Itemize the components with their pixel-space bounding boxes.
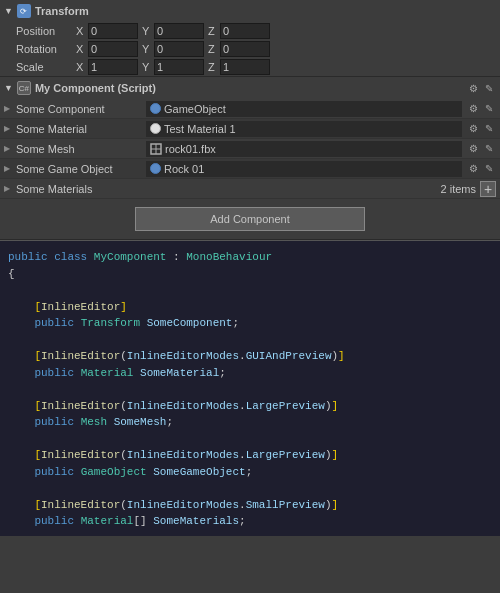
position-z-field: Z — [208, 23, 270, 39]
some-mesh-label: Some Mesh — [16, 143, 146, 155]
materials-add-btn[interactable]: + — [480, 181, 496, 197]
transform-header: ▼ ⟳ Transform — [0, 0, 500, 22]
row-arrow: ▶ — [4, 164, 12, 173]
position-y-field: Y — [142, 23, 204, 39]
some-mesh-actions: ⚙ ✎ — [466, 142, 496, 156]
transform-title: Transform — [35, 5, 496, 17]
some-component-edit-btn[interactable]: ✎ — [482, 102, 496, 116]
component-section: ▼ C# My Component (Script) ⚙ ✎ ▶ Some Co… — [0, 77, 500, 240]
code-line-9: [InlineEditor(InlineEditorModes.LargePre… — [8, 447, 492, 464]
mesh-icon — [150, 143, 162, 155]
some-mesh-value[interactable]: rock01.fbx — [146, 141, 462, 157]
scale-z-field: Z — [208, 59, 270, 75]
some-material-value[interactable]: Test Material 1 — [146, 121, 462, 137]
rotation-label: Rotation — [16, 43, 76, 55]
scale-x-field: X — [76, 59, 138, 75]
code-line-2: { — [8, 266, 492, 283]
some-mesh-row: ▶ Some Mesh rock01.fbx ⚙ ✎ — [0, 139, 500, 159]
some-gameobject-edit-btn[interactable]: ✎ — [482, 162, 496, 176]
code-line-blank6 — [8, 530, 492, 537]
component-title: My Component (Script) — [35, 82, 466, 94]
position-y-input[interactable] — [154, 23, 204, 39]
scale-row: Scale X Y Z — [0, 58, 500, 76]
some-component-text: GameObject — [164, 103, 226, 115]
some-component-settings-btn[interactable]: ⚙ — [466, 102, 480, 116]
some-gameobject-text: Rock 01 — [164, 163, 204, 175]
some-material-label: Some Material — [16, 123, 146, 135]
code-line-blank4 — [8, 431, 492, 448]
scale-label: Scale — [16, 61, 76, 73]
some-gameobject-label: Some Game Object — [16, 163, 146, 175]
component-collapse-arrow[interactable]: ▼ — [4, 83, 13, 93]
component-header: ▼ C# My Component (Script) ⚙ ✎ — [0, 77, 500, 99]
some-material-row: ▶ Some Material Test Material 1 ⚙ ✎ — [0, 119, 500, 139]
some-material-text: Test Material 1 — [164, 123, 236, 135]
some-component-actions: ⚙ ✎ — [466, 102, 496, 116]
gameobject-icon — [150, 103, 161, 114]
code-line-11: [InlineEditor(InlineEditorModes.SmallPre… — [8, 497, 492, 514]
row-arrow: ▶ — [4, 124, 12, 133]
position-label: Position — [16, 25, 76, 37]
rotation-y-field: Y — [142, 41, 204, 57]
scale-x-input[interactable] — [88, 59, 138, 75]
component-header-icons: ⚙ ✎ — [466, 81, 496, 95]
position-x-input[interactable] — [88, 23, 138, 39]
transform-section: ▼ ⟳ Transform Position X Y Z Rotation X … — [0, 0, 500, 77]
code-line-7: [InlineEditor(InlineEditorModes.LargePre… — [8, 398, 492, 415]
rotation-z-input[interactable] — [220, 41, 270, 57]
some-mesh-settings-btn[interactable]: ⚙ — [466, 142, 480, 156]
some-materials-row: ▶ Some Materials 2 items + — [0, 179, 500, 199]
code-line-blank2 — [8, 332, 492, 349]
code-line-blank5 — [8, 480, 492, 497]
some-mesh-edit-btn[interactable]: ✎ — [482, 142, 496, 156]
materials-count-text: 2 items — [441, 183, 476, 195]
some-mesh-text: rock01.fbx — [165, 143, 216, 155]
some-gameobject-value[interactable]: Rock 01 — [146, 161, 462, 177]
scale-z-input[interactable] — [220, 59, 270, 75]
code-line-5: [InlineEditor(InlineEditorModes.GUIAndPr… — [8, 348, 492, 365]
code-line-12: public Material[] SomeMaterials; — [8, 513, 492, 530]
row-arrow: ▶ — [4, 104, 12, 113]
some-component-label: Some Component — [16, 103, 146, 115]
some-gameobject-settings-btn[interactable]: ⚙ — [466, 162, 480, 176]
some-component-value[interactable]: GameObject — [146, 101, 462, 117]
gameobject-icon2 — [150, 163, 161, 174]
some-material-actions: ⚙ ✎ — [466, 122, 496, 136]
some-component-row: ▶ Some Component GameObject ⚙ ✎ — [0, 99, 500, 119]
code-line-blank1 — [8, 282, 492, 299]
code-line-10: public GameObject SomeGameObject; — [8, 464, 492, 481]
rotation-x-input[interactable] — [88, 41, 138, 57]
script-icon: C# — [17, 81, 31, 95]
rotation-x-field: X — [76, 41, 138, 57]
scale-y-field: Y — [142, 59, 204, 75]
some-materials-count: 2 items — [146, 183, 480, 195]
code-line-4: public Transform SomeComponent; — [8, 315, 492, 332]
rotation-z-field: Z — [208, 41, 270, 57]
some-material-settings-btn[interactable]: ⚙ — [466, 122, 480, 136]
code-line-3: [InlineEditor] — [8, 299, 492, 316]
code-line-6: public Material SomeMaterial; — [8, 365, 492, 382]
transform-collapse-arrow[interactable]: ▼ — [4, 6, 13, 16]
add-component-button[interactable]: Add Component — [135, 207, 365, 231]
some-gameobject-actions: ⚙ ✎ — [466, 162, 496, 176]
code-line-blank3 — [8, 381, 492, 398]
add-component-row: Add Component — [0, 199, 500, 239]
position-x-field: X — [76, 23, 138, 39]
scale-y-input[interactable] — [154, 59, 204, 75]
some-material-edit-btn[interactable]: ✎ — [482, 122, 496, 136]
rotation-y-input[interactable] — [154, 41, 204, 57]
code-line-1: public class MyComponent : MonoBehaviour — [8, 249, 492, 266]
component-menu-btn[interactable]: ✎ — [482, 81, 496, 95]
some-gameobject-row: ▶ Some Game Object Rock 01 ⚙ ✎ — [0, 159, 500, 179]
code-line-8: public Mesh SomeMesh; — [8, 414, 492, 431]
position-z-input[interactable] — [220, 23, 270, 39]
transform-icon: ⟳ — [17, 4, 31, 18]
rotation-row: Rotation X Y Z — [0, 40, 500, 58]
component-settings-btn[interactable]: ⚙ — [466, 81, 480, 95]
row-arrow: ▶ — [4, 184, 12, 193]
material-icon — [150, 123, 161, 134]
some-materials-label: Some Materials — [16, 183, 146, 195]
row-arrow: ▶ — [4, 144, 12, 153]
position-row: Position X Y Z — [0, 22, 500, 40]
code-section: public class MyComponent : MonoBehaviour… — [0, 241, 500, 536]
